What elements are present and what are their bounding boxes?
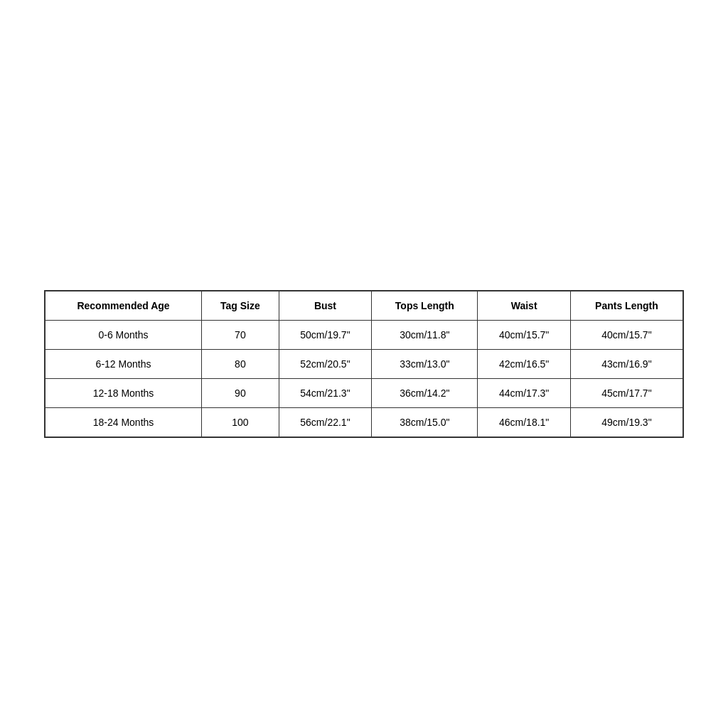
cell-bust: 52cm/20.5" (279, 350, 371, 379)
size-chart-container: Recommended Age Tag Size Bust Tops Lengt… (44, 290, 684, 438)
table-header-row: Recommended Age Tag Size Bust Tops Lengt… (45, 291, 683, 321)
cell-waist: 46cm/18.1" (478, 408, 570, 438)
cell-waist: 44cm/17.3" (478, 379, 570, 408)
cell-waist: 42cm/16.5" (478, 350, 570, 379)
cell-tops-length: 33cm/13.0" (372, 350, 478, 379)
header-pants-length: Pants Length (570, 291, 683, 321)
table-row: 6-12 Months8052cm/20.5"33cm/13.0"42cm/16… (45, 350, 683, 379)
cell-tops-length: 30cm/11.8" (372, 321, 478, 350)
cell-tag-size: 70 (202, 321, 279, 350)
header-tops-length: Tops Length (372, 291, 478, 321)
size-chart-table: Recommended Age Tag Size Bust Tops Lengt… (44, 290, 684, 438)
cell-tag-size: 80 (202, 350, 279, 379)
cell-tag-size: 90 (202, 379, 279, 408)
cell-bust: 50cm/19.7" (279, 321, 371, 350)
table-row: 0-6 Months7050cm/19.7"30cm/11.8"40cm/15.… (45, 321, 683, 350)
table-row: 12-18 Months9054cm/21.3"36cm/14.2"44cm/1… (45, 379, 683, 408)
cell-bust: 56cm/22.1" (279, 408, 371, 438)
cell-age: 0-6 Months (45, 321, 202, 350)
cell-age: 6-12 Months (45, 350, 202, 379)
cell-bust: 54cm/21.3" (279, 379, 371, 408)
header-bust: Bust (279, 291, 371, 321)
header-recommended-age: Recommended Age (45, 291, 202, 321)
cell-age: 12-18 Months (45, 379, 202, 408)
cell-tops-length: 38cm/15.0" (372, 408, 478, 438)
header-waist: Waist (478, 291, 570, 321)
cell-tag-size: 100 (202, 408, 279, 438)
table-row: 18-24 Months10056cm/22.1"38cm/15.0"46cm/… (45, 408, 683, 438)
cell-age: 18-24 Months (45, 408, 202, 438)
cell-pants-length: 45cm/17.7" (570, 379, 683, 408)
cell-pants-length: 43cm/16.9" (570, 350, 683, 379)
cell-pants-length: 40cm/15.7" (570, 321, 683, 350)
cell-waist: 40cm/15.7" (478, 321, 570, 350)
header-tag-size: Tag Size (202, 291, 279, 321)
cell-pants-length: 49cm/19.3" (570, 408, 683, 438)
cell-tops-length: 36cm/14.2" (372, 379, 478, 408)
